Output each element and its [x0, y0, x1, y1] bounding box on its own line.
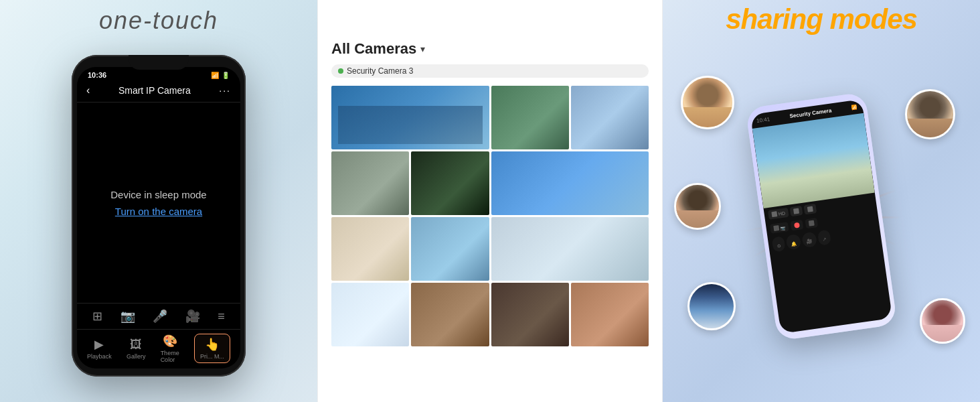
playback-icon: ▶ [94, 337, 104, 352]
camera-badge: Security Camera 3 [331, 64, 649, 78]
app-header: ‹ Smart IP Camera ··· [77, 82, 240, 103]
phone3-btn-share[interactable] [805, 218, 818, 228]
camera-cell-patio [411, 217, 489, 281]
battery-icon: 🔋 [222, 72, 230, 79]
camera-cell-front-house [491, 217, 649, 281]
sound-icon [793, 208, 799, 214]
camera-grid [331, 86, 649, 389]
privacy-icon: 👆 [205, 337, 220, 352]
nav-gallery[interactable]: 🖼 Gallery [127, 338, 146, 360]
camera-cell-deck [491, 86, 569, 149]
avatar-woman-1-face [683, 78, 732, 127]
playback-label: Playback [87, 353, 112, 360]
phone3-btn-hd[interactable]: HD [768, 208, 789, 220]
video-btn[interactable]: 🎥 [801, 231, 817, 248]
cameras-header: All Cameras ▾ [331, 40, 649, 58]
camera-cell-baby [331, 217, 409, 281]
phone-content: Device in sleep mode Turn on the camera [77, 103, 240, 303]
share-icon [809, 220, 815, 226]
settings-btn[interactable]: ⚙ [772, 236, 786, 252]
gallery-label: Gallery [127, 353, 146, 360]
panel-preview: All Cameras ▾ Security Camera 3 [317, 0, 663, 402]
share2-btn[interactable]: ↗ [817, 230, 831, 246]
snap-icon [773, 225, 779, 231]
nav-theme-color[interactable]: 🎨 ThemeColor [161, 334, 179, 363]
phone3-btn-snap[interactable]: 📷 [770, 222, 789, 234]
gallery-icon: 🖼 [130, 338, 142, 352]
sleep-mode-text: Device in sleep mode [110, 189, 206, 200]
sharing-title: sharing modes [726, 3, 917, 36]
mic-icon[interactable]: 🎤 [153, 309, 167, 324]
hd-icon [771, 211, 777, 217]
camera-cell-wooden [411, 283, 489, 346]
avatar-man-2 [687, 282, 736, 330]
phone3-icons: 📶 [851, 104, 858, 110]
phone3-btn-more[interactable] [804, 204, 817, 214]
camera-cell-solar [491, 151, 649, 215]
screenshot-icon[interactable]: 📷 [120, 309, 135, 324]
panel-one-touch: one-touch 10:36 📶 🔋 ‹ Smart IP Camera ··… [0, 0, 317, 402]
bell-btn[interactable]: 🔔 [785, 234, 801, 251]
avatar-man-2-body [689, 284, 734, 328]
privacy-label: Pri... M... [200, 353, 224, 360]
avatar-man-right [905, 89, 955, 139]
badge-label: Security Camera 3 [347, 66, 413, 76]
back-button[interactable]: ‹ [86, 84, 90, 96]
theme-color-icon: 🎨 [163, 334, 177, 348]
camera-cell-interior [331, 283, 409, 346]
phone3-btn-rec[interactable] [791, 220, 804, 230]
camera-cell-brick [571, 283, 649, 346]
avatar-woman-3 [920, 298, 965, 344]
menu-icon[interactable]: ≡ [218, 310, 225, 324]
more3-icon [807, 206, 813, 212]
phone-mockup-1: 10:36 📶 🔋 ‹ Smart IP Camera ··· Device i… [72, 55, 246, 377]
phone3-video-feed [752, 113, 875, 208]
camera-cell-house [571, 86, 649, 149]
phone3-btn-sound[interactable] [790, 206, 803, 216]
bottom-nav: ▶ Playback 🖼 Gallery 🎨 ThemeColor 👆 Pri.… [77, 329, 240, 368]
phone3-time: 10:41 [756, 116, 770, 124]
wifi-icon: 📶 [211, 72, 219, 79]
theme-color-label: ThemeColor [161, 350, 179, 363]
nav-playback[interactable]: ▶ Playback [87, 337, 112, 360]
nav-privacy-mode[interactable]: 👆 Pri... M... [194, 334, 230, 363]
status-icons: 📶 🔋 [211, 72, 230, 79]
turn-on-camera-link[interactable]: Turn on the camera [115, 206, 202, 217]
fullscreen-icon[interactable]: ⊞ [92, 309, 102, 324]
cameras-title: All Cameras [331, 40, 416, 58]
phone-screen: 10:36 📶 🔋 ‹ Smart IP Camera ··· Device i… [77, 67, 240, 368]
camera-cell-wood-deck [331, 151, 409, 215]
badge-status-dot [338, 68, 343, 74]
phone3-title: Security Camera [789, 107, 832, 119]
phone-mockup-3: 10:41 Security Camera 📶 HD 📷 [746, 92, 898, 341]
avatar-woman-2 [674, 183, 721, 230]
dropdown-arrow-icon[interactable]: ▾ [420, 44, 425, 54]
camera-cell-fireplace [491, 283, 569, 346]
panel-sharing: sharing modes 10:41 Security Camera 📶 [663, 0, 980, 402]
rec-icon [794, 222, 800, 228]
phone-notch [129, 55, 189, 70]
avatar-man-right-face [907, 91, 953, 137]
sharing-scene: 10:41 Security Camera 📶 HD 📷 [667, 49, 975, 384]
time-display: 10:36 [88, 71, 106, 79]
phone3-screen: 10:41 Security Camera 📶 HD 📷 [750, 99, 892, 334]
phone-toolbar: ⊞ 📷 🎤 🎥 ≡ [77, 303, 240, 329]
record-icon[interactable]: 🎥 [185, 309, 200, 324]
video-content [752, 113, 875, 208]
camera-cell-pool [331, 86, 489, 149]
app-title: Smart IP Camera [118, 85, 191, 96]
avatar-woman-2-face [676, 185, 719, 228]
avatar-woman-1 [681, 76, 734, 129]
avatar-woman-3-face [922, 300, 963, 342]
more-button[interactable]: ··· [219, 85, 231, 96]
panel1-title: one-touch [99, 7, 218, 35]
camera-cell-night-house [411, 151, 489, 215]
